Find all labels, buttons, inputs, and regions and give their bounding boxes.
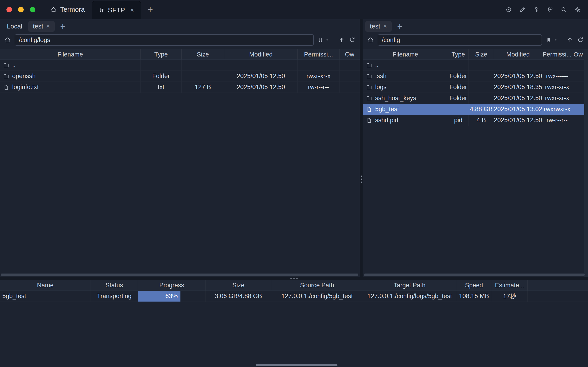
horizontal-scrollbar[interactable] xyxy=(363,273,588,276)
home-icon[interactable] xyxy=(367,36,374,43)
close-icon[interactable]: ✕ xyxy=(383,24,387,29)
table-row[interactable]: logsFolder2025/01/05 18:35rwxr-xr-x xyxy=(363,82,584,93)
column-header-filename[interactable]: Filename xyxy=(363,49,448,59)
minimize-window-button[interactable] xyxy=(18,7,24,12)
column-header-size[interactable]: Size xyxy=(182,49,224,59)
table-row[interactable]: sshd.pidpid4 B2025/01/05 12:50rw-r--r-- xyxy=(363,115,584,126)
tab-test[interactable]: test ✕ xyxy=(365,21,392,32)
path-input[interactable] xyxy=(378,34,542,46)
left-file-pane: Local test ✕ + xyxy=(0,19,360,277)
column-header-status[interactable]: Status xyxy=(91,280,138,291)
column-header-owner[interactable]: Ow xyxy=(340,49,360,59)
horizontal-scrollbar[interactable] xyxy=(0,273,360,276)
column-header-size[interactable]: Size xyxy=(469,49,494,59)
filename-text: sshd.pid xyxy=(375,117,398,124)
table-row[interactable]: 5gb_test4.88 GB2025/01/05 13:02rwxrwxr-x xyxy=(363,104,584,115)
column-header-progress[interactable]: Progress xyxy=(138,280,206,291)
home-icon[interactable] xyxy=(4,36,11,43)
filename-cell: .. xyxy=(363,60,448,70)
path-input[interactable] xyxy=(15,34,314,46)
column-header-type[interactable]: Type xyxy=(448,49,469,59)
owner-cell xyxy=(340,60,360,70)
filename-cell: ssh_host_keys xyxy=(363,93,448,104)
table-row[interactable]: .. xyxy=(363,60,584,71)
table-row[interactable]: opensshFolder2025/01/05 12:50rwxr-xr-x xyxy=(0,71,360,82)
transfer-row[interactable]: 5gb_test Transporting 63% 3.06 GB/4.88 G… xyxy=(0,291,588,302)
file-icon xyxy=(366,117,372,123)
tab-sftp[interactable]: SFTP ✕ xyxy=(92,1,141,19)
filename-text: ssh_host_keys xyxy=(375,95,416,102)
file-icon xyxy=(3,84,9,90)
transfer-speed-cell: 108.15 MB xyxy=(456,291,492,301)
column-header-modified[interactable]: Modified xyxy=(494,49,542,59)
column-header-permissions[interactable]: Permissi... xyxy=(542,49,572,59)
new-window-tab-button[interactable]: + xyxy=(147,5,153,15)
app-tab-label: Termora xyxy=(60,6,85,13)
type-cell: Folder xyxy=(141,71,182,82)
transfer-progress-cell: 63% xyxy=(138,291,206,301)
table-row[interactable]: .. xyxy=(0,60,360,71)
folder-icon xyxy=(366,84,372,90)
horizontal-scrollbar[interactable] xyxy=(0,364,588,367)
bookmark-filled-icon[interactable] xyxy=(546,37,552,43)
column-header-modified[interactable]: Modified xyxy=(224,49,298,59)
bookmark-icon[interactable] xyxy=(317,37,324,43)
edit-icon[interactable] xyxy=(519,6,526,13)
refresh-icon[interactable] xyxy=(577,36,584,43)
key-icon[interactable] xyxy=(533,6,540,13)
close-icon[interactable]: ✕ xyxy=(46,24,50,29)
table-row[interactable]: ssh_host_keysFolder2025/01/05 12:50rwxr-… xyxy=(363,93,584,104)
zoom-window-button[interactable] xyxy=(30,7,35,12)
modified-cell: 2025/01/05 12:50 xyxy=(224,82,298,92)
tab-test[interactable]: test ✕ xyxy=(28,21,55,32)
size-cell: 127 B xyxy=(182,82,224,92)
column-header-target-path[interactable]: Target Path xyxy=(363,280,456,291)
column-header-type[interactable]: Type xyxy=(141,49,182,59)
column-header-permissions[interactable]: Permissi... xyxy=(298,49,340,59)
up-directory-icon[interactable] xyxy=(566,36,573,43)
tab-label: test xyxy=(33,23,43,30)
tab-local[interactable]: Local xyxy=(2,21,27,32)
app-tab-termora[interactable]: Termora xyxy=(43,0,92,19)
permissions-cell: rwxr-xr-x xyxy=(298,71,340,82)
left-file-list: ..opensshFolder2025/01/05 12:50rwxr-xr-x… xyxy=(0,60,360,277)
transfer-name-cell: 5gb_test xyxy=(0,291,91,301)
filename-cell: sshd.pid xyxy=(363,115,448,126)
scrollbar-thumb[interactable] xyxy=(256,364,337,366)
chevron-down-icon[interactable] xyxy=(554,38,558,42)
close-window-button[interactable] xyxy=(7,7,12,12)
size-cell xyxy=(469,93,494,104)
column-header-source-path[interactable]: Source Path xyxy=(271,280,363,291)
table-row[interactable]: .sshFolder2025/01/05 12:50rwx------ xyxy=(363,71,584,82)
record-icon[interactable] xyxy=(505,6,512,13)
column-header-name[interactable]: Name xyxy=(0,280,91,291)
new-tab-button[interactable]: + xyxy=(393,22,406,31)
type-cell: Folder xyxy=(448,82,469,92)
tab-label: Local xyxy=(7,23,22,30)
column-header-owner[interactable]: Ow xyxy=(572,49,584,59)
up-directory-icon[interactable] xyxy=(338,36,345,43)
chevron-down-icon[interactable] xyxy=(325,38,329,42)
column-header-size[interactable]: Size xyxy=(206,280,271,291)
search-icon[interactable] xyxy=(560,6,567,13)
scrollbar-thumb[interactable] xyxy=(1,274,358,276)
vertical-scrollbar[interactable] xyxy=(584,49,588,277)
vertical-splitter[interactable] xyxy=(360,19,363,277)
refresh-icon[interactable] xyxy=(349,36,356,43)
horizontal-splitter[interactable] xyxy=(0,277,588,280)
transfer-table-header: Name Status Progress Size Source Path Ta… xyxy=(0,280,588,291)
column-header-estimate[interactable]: Estimate... xyxy=(492,280,528,291)
table-row[interactable]: loginfo.txttxt127 B2025/01/05 12:50rw-r-… xyxy=(0,82,360,93)
branch-icon[interactable] xyxy=(547,6,554,13)
owner-cell xyxy=(572,115,584,126)
settings-gear-icon[interactable] xyxy=(574,6,581,13)
scrollbar-thumb[interactable] xyxy=(364,274,585,276)
file-icon xyxy=(366,106,372,112)
filename-cell: loginfo.txt xyxy=(0,82,141,92)
close-icon[interactable]: ✕ xyxy=(130,7,134,13)
modified-cell: 2025/01/05 13:02 xyxy=(494,104,542,115)
new-tab-button[interactable]: + xyxy=(56,22,69,31)
column-header-filename[interactable]: Filename xyxy=(0,49,141,59)
transfer-source-cell: 127.0.0.1:/config/5gb_test xyxy=(271,291,363,301)
column-header-speed[interactable]: Speed xyxy=(456,280,492,291)
